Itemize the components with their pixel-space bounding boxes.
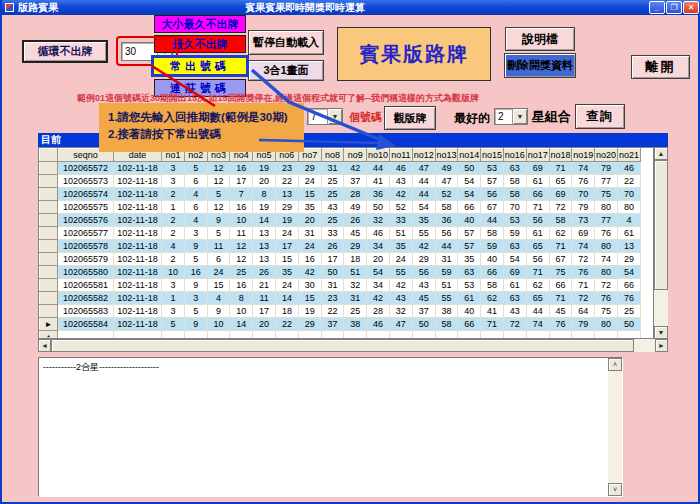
- cell-number[interactable]: 2: [162, 253, 185, 266]
- cell-number[interactable]: 41: [367, 175, 390, 188]
- cell-number[interactable]: 57: [458, 240, 481, 253]
- cell-number[interactable]: 24: [298, 240, 321, 253]
- number-count-combobox[interactable]: 7 ▼: [307, 108, 343, 125]
- cell-number[interactable]: 69: [503, 266, 526, 279]
- view-board-button[interactable]: 觀版牌: [384, 106, 436, 130]
- cell-number[interactable]: 72: [503, 318, 526, 331]
- cell-number[interactable]: 14: [253, 214, 276, 227]
- cell-number[interactable]: 5: [162, 318, 185, 331]
- cell-empty[interactable]: [572, 331, 595, 340]
- cell-date[interactable]: 102-11-18: [114, 188, 162, 201]
- cell-seqno[interactable]: 102065572: [58, 162, 114, 175]
- cell-number[interactable]: 42: [389, 188, 412, 201]
- cell-number[interactable]: 36: [435, 214, 458, 227]
- cell-number[interactable]: 44: [435, 240, 458, 253]
- cell-number[interactable]: 55: [389, 266, 412, 279]
- cell-number[interactable]: 22: [321, 305, 344, 318]
- cell-number[interactable]: 18: [275, 305, 298, 318]
- cell-number[interactable]: 29: [344, 240, 367, 253]
- cell-number[interactable]: 32: [389, 305, 412, 318]
- cell-number[interactable]: 35: [412, 214, 435, 227]
- cell-number[interactable]: 3: [162, 162, 185, 175]
- cell-number[interactable]: 71: [526, 201, 549, 214]
- cell-number[interactable]: 62: [549, 227, 572, 240]
- cell-number[interactable]: 17: [230, 175, 253, 188]
- cell-seqno[interactable]: 102065575: [58, 201, 114, 214]
- cell-number[interactable]: 41: [481, 305, 504, 318]
- cell-number[interactable]: 49: [344, 201, 367, 214]
- column-header[interactable]: no9: [344, 149, 367, 162]
- cell-date[interactable]: 102-11-18: [114, 227, 162, 240]
- cell-number[interactable]: 75: [595, 188, 618, 201]
- cell-number[interactable]: 7: [230, 188, 253, 201]
- cell-empty[interactable]: [595, 331, 618, 340]
- cell-number[interactable]: 59: [435, 266, 458, 279]
- cell-number[interactable]: 8: [253, 188, 276, 201]
- cell-number[interactable]: 80: [595, 266, 618, 279]
- row-selector[interactable]: [40, 227, 58, 240]
- frequent-numbers-button[interactable]: 常出號碼: [151, 55, 249, 77]
- column-header[interactable]: no10: [367, 149, 390, 162]
- cell-number[interactable]: 26: [344, 214, 367, 227]
- cell-date[interactable]: 102-11-18: [114, 162, 162, 175]
- row-selector[interactable]: [40, 214, 58, 227]
- cell-number[interactable]: 57: [458, 227, 481, 240]
- cell-number[interactable]: 46: [367, 227, 390, 240]
- cell-number[interactable]: 14: [230, 318, 253, 331]
- cell-number[interactable]: 17: [321, 253, 344, 266]
- cell-number[interactable]: 36: [367, 188, 390, 201]
- maximize-icon[interactable]: ❐: [666, 1, 682, 14]
- cell-number[interactable]: 5: [184, 305, 207, 318]
- cell-number[interactable]: 58: [435, 318, 458, 331]
- cell-number[interactable]: 63: [503, 162, 526, 175]
- cell-number[interactable]: 37: [344, 175, 367, 188]
- cell-number[interactable]: 35: [458, 253, 481, 266]
- cell-empty[interactable]: [162, 331, 185, 340]
- cell-number[interactable]: 50: [458, 162, 481, 175]
- cell-number[interactable]: 74: [595, 253, 618, 266]
- cell-number[interactable]: 18: [344, 253, 367, 266]
- cell-number[interactable]: 12: [230, 240, 253, 253]
- cell-seqno[interactable]: 102065580: [58, 266, 114, 279]
- cell-empty[interactable]: [114, 331, 162, 340]
- cell-number[interactable]: 45: [412, 292, 435, 305]
- cell-number[interactable]: 43: [389, 175, 412, 188]
- cell-number[interactable]: 73: [572, 214, 595, 227]
- cell-number[interactable]: 75: [595, 305, 618, 318]
- pause-autoload-button[interactable]: 暫停自動載入: [248, 30, 324, 55]
- cell-number[interactable]: 25: [321, 188, 344, 201]
- row-selector[interactable]: [40, 266, 58, 279]
- cell-number[interactable]: 40: [458, 214, 481, 227]
- cell-number[interactable]: 9: [207, 214, 230, 227]
- query-button[interactable]: 查詢: [575, 104, 625, 129]
- panel-vertical-scrollbar[interactable]: ˄ ˅: [608, 358, 622, 496]
- cell-number[interactable]: 13: [617, 240, 640, 253]
- cell-number[interactable]: 72: [572, 253, 595, 266]
- cell-number[interactable]: 2: [162, 188, 185, 201]
- cell-number[interactable]: 15: [298, 292, 321, 305]
- cell-number[interactable]: 72: [549, 201, 572, 214]
- cell-number[interactable]: 20: [253, 175, 276, 188]
- cell-number[interactable]: 76: [572, 266, 595, 279]
- cell-number[interactable]: 61: [617, 227, 640, 240]
- minimize-icon[interactable]: _: [649, 1, 665, 14]
- cell-number[interactable]: 20: [298, 214, 321, 227]
- cell-number[interactable]: 9: [184, 240, 207, 253]
- cell-number[interactable]: 63: [503, 240, 526, 253]
- scroll-down-icon[interactable]: ▼: [654, 326, 668, 339]
- cell-number[interactable]: 47: [435, 175, 458, 188]
- cell-number[interactable]: 4: [207, 292, 230, 305]
- cell-number[interactable]: 61: [503, 279, 526, 292]
- cell-number[interactable]: 25: [617, 305, 640, 318]
- cell-empty[interactable]: [367, 331, 390, 340]
- cell-number[interactable]: 6: [184, 201, 207, 214]
- cell-date[interactable]: 102-11-18: [114, 292, 162, 305]
- cell-number[interactable]: 32: [344, 279, 367, 292]
- cell-number[interactable]: 51: [435, 279, 458, 292]
- cell-number[interactable]: 29: [617, 253, 640, 266]
- cell-number[interactable]: 62: [481, 292, 504, 305]
- cell-seqno[interactable]: 102065576: [58, 214, 114, 227]
- cell-number[interactable]: 40: [458, 305, 481, 318]
- cell-number[interactable]: 1: [162, 292, 185, 305]
- cell-number[interactable]: 47: [412, 162, 435, 175]
